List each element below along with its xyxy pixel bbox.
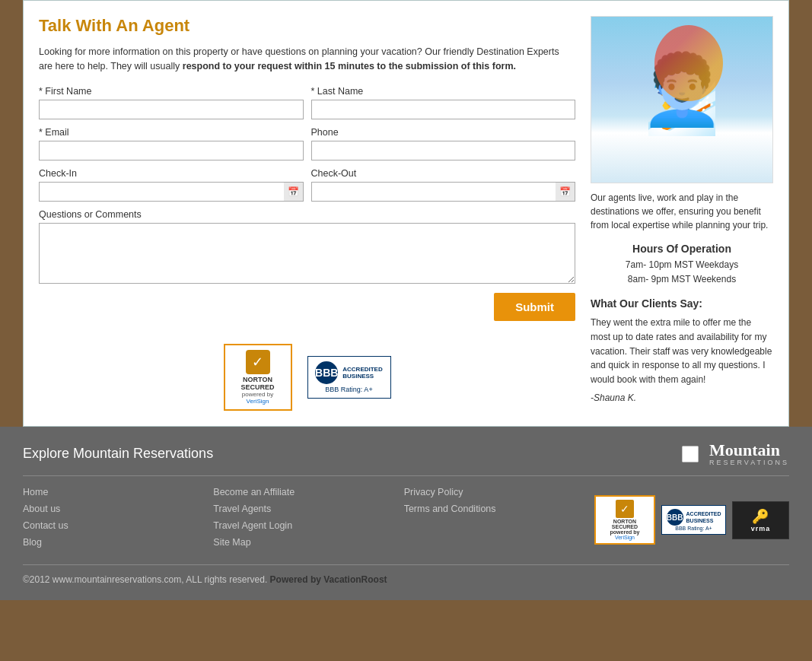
email-group: * Email [39,127,304,160]
comments-label: Questions or Comments [39,209,575,220]
checkout-label: Check-Out [311,168,576,179]
footer-link-privacy[interactable]: Privacy Policy [404,487,594,497]
dates-row: Check-In Check-Out [39,168,575,202]
clients-title: What Our Clients Say: [591,297,773,310]
footer-link-blog[interactable]: Blog [23,537,213,548]
agent-image: ⛷️ 🧑‍🦱 [591,16,773,183]
page-wrapper: Talk With An Agent Looking for more info… [0,0,812,600]
last-name-input[interactable] [311,100,576,119]
vrma-inner: 🔑 vrma [751,508,771,532]
footer-bbb-accredited-text: ACCREDITEDBUSINESS [686,510,721,524]
footer-logo: Mountain RESERVATIONS [679,442,789,466]
footer-divider [23,475,789,476]
footer-copyright: ©2012 www.mountainreservations.com, ALL … [23,564,789,585]
footer-explore-title: Explore Mountain Reservations [23,446,213,462]
hours-title: Hours Of Operation [591,243,773,255]
trust-badges: ✓ NORTONSECURED powered by VeriSign BBB … [39,344,575,411]
email-label: * Email [39,127,304,138]
footer-norton-verisign: VeriSign [615,535,635,540]
checkin-label: Check-In [39,168,304,179]
footer-bbb-badge: BBB ACCREDITEDBUSINESS BBB Rating: A+ [661,505,726,535]
footer-links-row: Home About us Contact us Blog Become an … [23,487,789,554]
footer: Explore Mountain Reservations Mountain R… [0,427,812,600]
vrma-text: vrma [751,525,771,532]
checkin-group: Check-In [39,168,304,202]
norton-secured-text: NORTONSECURED [240,376,274,391]
vrma-key-icon: 🔑 [752,508,769,525]
first-name-label: * First Name [39,86,304,97]
phone-group: Phone [311,127,576,160]
submit-row: Submit [39,293,575,321]
footer-link-about[interactable]: About us [23,504,213,514]
footer-bbb-rating: BBB Rating: A+ [675,526,712,531]
footer-vrma-badge: 🔑 vrma [732,501,789,539]
first-name-input[interactable] [39,100,304,119]
footer-link-contact[interactable]: Contact us [23,520,213,531]
footer-link-terms[interactable]: Terms and Conditions [404,504,594,514]
email-phone-row: * Email Phone [39,127,575,160]
testimonial-text: They went the extra mile to offer me the… [591,316,773,386]
checkout-input[interactable] [311,182,576,202]
form-title: Talk With An Agent [39,16,575,36]
bbb-accredited-text: ACCREDITEDBUSINESS [342,366,382,380]
footer-link-travel-agents[interactable]: Travel Agents [213,504,403,514]
footer-col-3: Privacy Policy Terms and Conditions [404,487,594,554]
footer-top: Explore Mountain Reservations Mountain R… [23,442,789,466]
footer-logo-name: Mountain [709,442,789,459]
content-flex: Talk With An Agent Looking for more info… [39,16,773,411]
agent-description: Our agents live, work and play in the de… [591,191,773,232]
comments-group: Questions or Comments [39,209,575,284]
bbb-rating-text: BBB Rating: A+ [325,386,372,393]
checkout-wrapper [311,182,576,202]
email-input[interactable] [39,141,304,160]
footer-col-2: Become an Affiliate Travel Agents Travel… [213,487,403,554]
footer-link-agent-login[interactable]: Travel Agent Login [213,520,403,531]
logo-diamond-icon [674,437,706,469]
footer-logo-subtitle: RESERVATIONS [709,459,789,466]
footer-norton-check-icon: ✓ [616,500,634,518]
main-content: Talk With An Agent Looking for more info… [23,0,789,427]
footer-link-sitemap[interactable]: Site Map [213,537,403,548]
comments-row: Questions or Comments [39,209,575,284]
last-name-label: * Last Name [311,86,576,97]
phone-input[interactable] [311,141,576,160]
form-description-bold: respond to your request within 15 minute… [183,61,516,72]
footer-norton-badge: ✓ NORTONSECURED powered by VeriSign [594,495,655,545]
bbb-logo-icon: BBB [315,361,338,384]
footer-norton-sub: powered by [610,529,640,535]
sidebar: ⛷️ 🧑‍🦱 Our agents live, work and play in… [591,16,773,411]
last-name-group: * Last Name [311,86,576,119]
footer-link-affiliate[interactable]: Become an Affiliate [213,487,403,497]
norton-verisign-text: VeriSign [247,398,269,405]
checkin-input[interactable] [39,182,304,202]
phone-label: Phone [311,127,576,138]
name-row: * First Name * Last Name [39,86,575,119]
hours-section: Hours Of Operation 7am- 10pm MST Weekday… [591,243,773,287]
norton-badge: ✓ NORTONSECURED powered by VeriSign [224,344,292,411]
checkout-calendar-icon[interactable] [556,182,575,202]
bbb-badge: BBB ACCREDITEDBUSINESS BBB Rating: A+ [307,356,391,399]
norton-check-icon: ✓ [246,350,270,374]
comments-textarea[interactable] [39,223,575,284]
norton-powered-text: powered by [242,391,273,398]
first-name-group: * First Name [39,86,304,119]
footer-bbb-inner: BBB ACCREDITEDBUSINESS [667,509,721,526]
checkin-calendar-icon[interactable] [284,182,304,202]
checkin-wrapper [39,182,304,202]
copyright-text: ©2012 www.mountainreservations.com, ALL … [23,574,267,585]
hours-weekdays: 7am- 10pm MST Weekdays [591,258,773,272]
footer-col-1: Home About us Contact us Blog [23,487,213,554]
form-section: Talk With An Agent Looking for more info… [39,16,575,411]
testimonial-author: -Shauna K. [591,392,773,403]
footer-logo-text-block: Mountain RESERVATIONS [709,442,789,466]
bbb-top: BBB ACCREDITEDBUSINESS [315,361,382,384]
submit-button[interactable]: Submit [494,293,575,321]
form-description: Looking for more information on this pro… [39,45,575,74]
footer-link-home[interactable]: Home [23,487,213,497]
powered-by-text: Powered by VacationRoost [270,574,387,585]
hours-weekends: 8am- 9pm MST Weekends [591,272,773,287]
footer-norton-text: NORTONSECURED [612,519,638,529]
footer-badges-col: ✓ NORTONSECURED powered by VeriSign BBB … [594,487,789,554]
footer-bbb-logo-icon: BBB [667,509,683,526]
checkout-group: Check-Out [311,168,576,202]
